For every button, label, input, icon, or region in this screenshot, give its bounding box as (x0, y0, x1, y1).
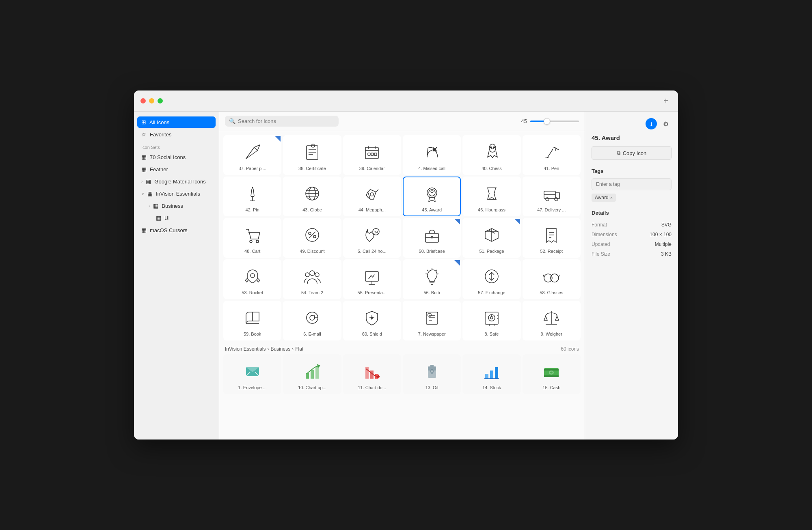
icon-package (480, 224, 503, 246)
flat-icon-stock-svg (480, 360, 503, 383)
sidebar-item-all-icons[interactable]: ⊞ All Icons (137, 116, 216, 128)
icon-cell-58[interactable]: 56. Bulb (403, 259, 461, 299)
add-button[interactable]: + (660, 95, 672, 107)
folder-icon: ▦ (141, 154, 147, 160)
icon-rocket-label: 53. Rocket (227, 290, 278, 295)
icon-book-label: 59. Book (227, 332, 278, 336)
icon-cell-41[interactable]: 40. Chess (462, 135, 520, 175)
svg-rect-9 (368, 153, 370, 155)
icon-cell-52[interactable]: 50. Briefcase (403, 218, 461, 258)
breadcrumb-flat[interactable]: Flat (295, 346, 303, 352)
close-button[interactable] (140, 98, 146, 103)
icon-cell-37[interactable]: 37. Paper pl... (223, 135, 281, 175)
icon-cell-50[interactable]: 49. Discount (283, 218, 341, 258)
sidebar-item-feather[interactable]: ▦ Feather (137, 164, 216, 175)
icon-sets-label: Icon Sets (137, 141, 216, 151)
minimize-button[interactable] (149, 98, 154, 103)
icon-cart-label: 48. Cart (227, 249, 278, 254)
search-box[interactable]: 🔍 (225, 116, 339, 127)
copy-icon-button[interactable]: ⧉ Copy Icon (592, 146, 672, 160)
flat-icon-envelope[interactable]: 1. Envelope ... (223, 354, 281, 394)
icon-cell-65[interactable]: 8. Safe (462, 301, 520, 340)
breadcrumb-invision[interactable]: InVision Essentials (225, 346, 266, 352)
sidebar-item-label: Business (162, 203, 183, 209)
svg-rect-92 (485, 312, 498, 324)
icon-delivery-label: 47. Delivery ... (526, 207, 577, 212)
icon-call24: 24 (361, 224, 383, 246)
updated-label: Updated (592, 241, 610, 247)
sidebar-item-favorites[interactable]: ☆ Favorites (137, 129, 216, 140)
icon-cell-53[interactable]: 51. Package (462, 218, 520, 258)
icon-cell-42[interactable]: 41. Pen (523, 135, 581, 175)
folder-icon: ▦ (141, 166, 147, 172)
icon-37-label: 37. Paper pl... (227, 166, 278, 171)
settings-button[interactable]: ⚙ (660, 118, 672, 129)
icon-cell-66[interactable]: 9. Weigher (523, 301, 581, 340)
icon-discount (301, 224, 324, 246)
icon-cell-64[interactable]: 7. Newspaper (403, 301, 461, 340)
svg-rect-108 (315, 366, 319, 379)
icon-cell-40[interactable]: 4. Missed call (403, 135, 461, 175)
flat-icon-cash[interactable]: 15. Cash (523, 354, 581, 394)
icon-cell-49[interactable]: 48. Cart (223, 218, 281, 258)
tag-input[interactable] (592, 178, 672, 190)
tags-row: Award × (592, 194, 672, 202)
icon-43-label: 42. Pin (227, 207, 278, 212)
sidebar-item-material[interactable]: › ▦ Google Material Icons (137, 176, 216, 187)
icon-cell-60[interactable]: 58. Glasses (523, 259, 581, 299)
icon-cell-46-award[interactable]: 45. Award (403, 177, 461, 216)
icon-cell-44[interactable]: 43. Globe (283, 177, 341, 216)
icon-cell-48[interactable]: 47. Delivery ... (523, 177, 581, 216)
search-input[interactable] (238, 118, 335, 124)
updated-value: Multiple (655, 241, 672, 247)
icon-cell-55[interactable]: 53. Rocket (223, 259, 281, 299)
icon-cell-59[interactable]: 57. Exchange (462, 259, 520, 299)
folder-icon: ▦ (141, 227, 147, 233)
icon-39 (361, 141, 383, 164)
icon-team2-label: 54. Team 2 (286, 290, 338, 295)
icon-cell-45[interactable]: 44. Megaph... (343, 177, 401, 216)
sidebar-item-social[interactable]: ▦ 70 Social Icons (137, 151, 216, 163)
icon-cell-43[interactable]: 42. Pin (223, 177, 281, 216)
flat-icon-stock[interactable]: 14. Stock (462, 354, 520, 394)
icon-cell-39[interactable]: 39. Calendar (343, 135, 401, 175)
star-icon: ☆ (141, 131, 147, 138)
flat-icon-oil[interactable]: 13. Oil (403, 354, 461, 394)
icon-cell-56[interactable]: 54. Team 2 (283, 259, 341, 299)
icon-38-label: 38. Certificate (286, 166, 338, 171)
panel-header: ℹ ⚙ (592, 118, 672, 129)
info-button[interactable]: ℹ (646, 118, 657, 129)
icon-weigher-label: 9. Weigher (526, 332, 577, 336)
flat-icon-chart-down[interactable]: 11. Chart do... (343, 354, 401, 394)
icon-team2 (301, 265, 324, 288)
svg-point-56 (251, 274, 255, 278)
flat-icon-chart-up[interactable]: 10. Chart up... (283, 354, 341, 394)
sidebar-item-ui[interactable]: ▦ UI (137, 212, 216, 224)
icon-cell-38[interactable]: 38. Certificate (283, 135, 341, 175)
flat-icon-chart-down-svg (361, 360, 383, 383)
tag-award: Award × (592, 194, 616, 202)
sidebar-item-invision[interactable]: ∨ ▦ InVision Essentials (137, 188, 216, 199)
icon-cell-63[interactable]: 60. Shield (343, 301, 401, 340)
icon-cell-54[interactable]: 52. Receipt (523, 218, 581, 258)
size-slider[interactable] (530, 121, 579, 122)
sidebar-item-label: Google Material Icons (154, 179, 205, 185)
flat-icon-chart-up-label: 10. Chart up... (286, 385, 338, 390)
svg-point-16 (490, 147, 491, 148)
traffic-lights (140, 98, 163, 103)
sidebar-item-macos[interactable]: ▦ macOS Cursors (137, 224, 216, 236)
svg-point-81 (310, 315, 315, 320)
icon-award-label: 45. Award (406, 207, 458, 212)
breadcrumb-business[interactable]: Business (271, 346, 291, 352)
icon-award (421, 182, 443, 205)
svg-rect-117 (430, 365, 434, 367)
icon-cell-61[interactable]: 59. Book (223, 301, 281, 340)
icon-cell-51[interactable]: 24 5. Call 24 ho... (343, 218, 401, 258)
icon-cell-47[interactable]: 46. Hourglass (462, 177, 520, 216)
sidebar-item-business[interactable]: › ▦ Business (137, 200, 216, 211)
fullscreen-button[interactable] (158, 98, 163, 103)
icon-cell-57[interactable]: 55. Presenta... (343, 259, 401, 299)
icon-cell-62[interactable]: 6. E-mail (283, 301, 341, 340)
sidebar-item-label: All Icons (149, 119, 169, 125)
tag-remove-button[interactable]: × (610, 195, 613, 200)
